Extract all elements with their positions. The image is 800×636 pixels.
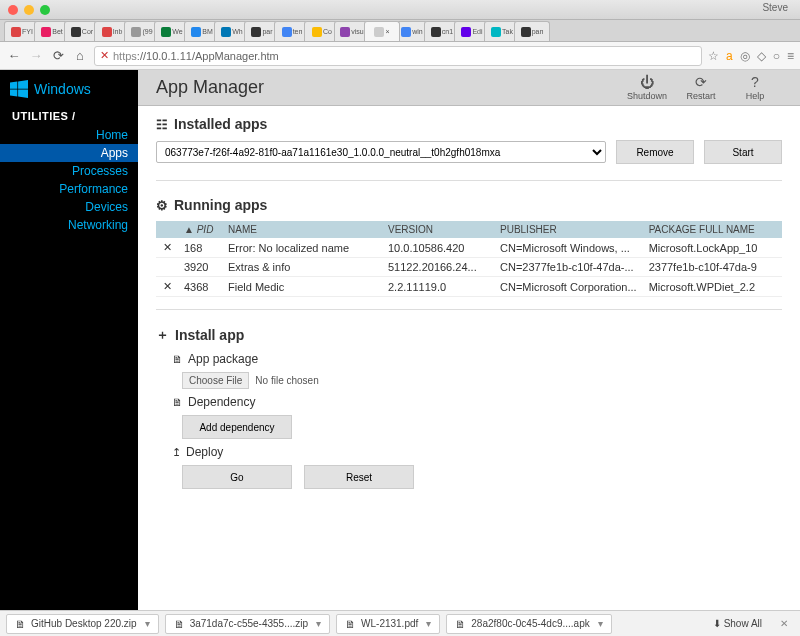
go-button[interactable]: Go xyxy=(182,465,292,489)
subsection-title: Dependency xyxy=(188,395,255,409)
running-apps-section: ⚙Running apps ▲ PID NAME VERSION PUBLISH… xyxy=(138,187,800,303)
subsection-title: App package xyxy=(188,352,258,366)
user-menu[interactable]: Steve xyxy=(762,2,788,13)
url-text: ://10.0.1.11/AppManager.htm xyxy=(137,50,279,62)
chevron-down-icon: ▾ xyxy=(426,618,431,629)
col-package[interactable]: PACKAGE FULL NAME xyxy=(643,221,782,238)
sidebar-item-devices[interactable]: Devices xyxy=(0,198,138,216)
file-status: No file chosen xyxy=(255,375,318,386)
window-maximize-button[interactable] xyxy=(40,5,50,15)
kill-process-icon[interactable]: ✕ xyxy=(156,277,178,297)
choose-file-button[interactable]: Choose File xyxy=(182,372,249,389)
table-row[interactable]: ✕ 168Error: No localized name10.0.10586.… xyxy=(156,238,782,258)
forward-button[interactable]: → xyxy=(28,48,44,64)
help-button[interactable]: ?Help xyxy=(728,74,782,101)
extension-icon[interactable]: ○ xyxy=(773,49,780,63)
main-header: App Manager ⏻Shutdown ⟳Restart ?Help xyxy=(138,70,800,106)
url-scheme: https xyxy=(113,50,137,62)
file-icon: 🗎 xyxy=(172,353,183,365)
file-icon: 🗎 xyxy=(455,618,466,630)
browser-toolbar: ← → ⟳ ⌂ ✕ https ://10.0.1.11/AppManager.… xyxy=(0,42,800,70)
file-icon: 🗎 xyxy=(174,618,185,630)
file-icon: 🗎 xyxy=(345,618,356,630)
menu-icon[interactable]: ≡ xyxy=(787,49,794,63)
star-icon[interactable]: ☆ xyxy=(708,49,719,63)
sidebar-item-networking[interactable]: Networking xyxy=(0,216,138,234)
remove-button[interactable]: Remove xyxy=(616,140,694,164)
main-panel: App Manager ⏻Shutdown ⟳Restart ?Help ☷In… xyxy=(138,70,800,610)
reset-button[interactable]: Reset xyxy=(304,465,414,489)
divider xyxy=(156,180,782,181)
table-row[interactable]: 3920Extras & info51122.20166.24...CN=237… xyxy=(156,258,782,277)
shutdown-button[interactable]: ⏻Shutdown xyxy=(620,74,674,101)
chevron-down-icon: ▾ xyxy=(598,618,603,629)
browser-tabstrip: FYI Bet Cor Inb (99 We BM Wh par ten Co … xyxy=(0,20,800,42)
downloads-bar: 🗎GitHub Desktop 220.zip▾ 🗎3a71da7c-c55e-… xyxy=(0,610,800,636)
running-apps-table: ▲ PID NAME VERSION PUBLISHER PACKAGE FUL… xyxy=(156,221,782,297)
file-icon: 🗎 xyxy=(15,618,26,630)
browser-tab-active[interactable]: × xyxy=(364,21,400,41)
add-dependency-button[interactable]: Add dependency xyxy=(182,415,292,439)
show-all-downloads[interactable]: ⬇ Show All xyxy=(707,618,768,629)
col-name[interactable]: NAME xyxy=(222,221,382,238)
start-button[interactable]: Start xyxy=(704,140,782,164)
sidebar-item-home[interactable]: Home xyxy=(0,126,138,144)
power-icon: ⏻ xyxy=(620,74,674,90)
back-button[interactable]: ← xyxy=(6,48,22,64)
install-app-section: ＋Install app 🗎App package Choose File No… xyxy=(138,316,800,501)
restart-button[interactable]: ⟳Restart xyxy=(674,74,728,101)
chevron-down-icon: ▾ xyxy=(145,618,150,629)
sidebar-item-processes[interactable]: Processes xyxy=(0,162,138,180)
close-downloads-bar[interactable]: ✕ xyxy=(774,618,794,629)
download-icon: ⬇ xyxy=(713,618,721,629)
list-icon: ☷ xyxy=(156,117,168,132)
window-titlebar: Steve xyxy=(0,0,800,20)
gears-icon: ⚙ xyxy=(156,198,168,213)
upload-icon: ↥ xyxy=(172,446,181,459)
restart-icon: ⟳ xyxy=(674,74,728,90)
reload-button[interactable]: ⟳ xyxy=(50,48,66,64)
address-bar[interactable]: ✕ https ://10.0.1.11/AppManager.htm xyxy=(94,46,702,66)
download-item[interactable]: 🗎GitHub Desktop 220.zip▾ xyxy=(6,614,159,634)
extension-icon[interactable]: ◎ xyxy=(740,49,750,63)
page-title: App Manager xyxy=(156,77,620,98)
subsection-title: Deploy xyxy=(186,445,223,459)
ssl-warning-icon: ✕ xyxy=(100,49,109,62)
plus-icon: ＋ xyxy=(156,326,169,344)
col-version[interactable]: VERSION xyxy=(382,221,494,238)
sidebar-item-apps[interactable]: Apps xyxy=(0,144,138,162)
download-item[interactable]: 🗎3a71da7c-c55e-4355....zip▾ xyxy=(165,614,330,634)
windows-logo: Windows xyxy=(0,76,138,106)
installed-app-select[interactable]: 063773e7-f26f-4a92-81f0-aa71a1161e30_1.0… xyxy=(156,141,606,163)
section-title: Running apps xyxy=(174,197,267,213)
extension-icon[interactable]: ◇ xyxy=(757,49,766,63)
page-content: Windows UTILITIES / Home Apps Processes … xyxy=(0,70,800,610)
home-button[interactable]: ⌂ xyxy=(72,48,88,64)
browser-tab[interactable]: pan xyxy=(514,21,550,41)
installed-apps-section: ☷Installed apps 063773e7-f26f-4a92-81f0-… xyxy=(138,106,800,174)
window-close-button[interactable] xyxy=(8,5,18,15)
help-icon: ? xyxy=(728,74,782,90)
extension-icon[interactable]: a xyxy=(726,49,733,63)
download-item[interactable]: 🗎28a2f80c-0c45-4dc9....apk▾ xyxy=(446,614,611,634)
table-row[interactable]: ✕ 4368Field Medic2.2.11119.0CN=Microsoft… xyxy=(156,277,782,297)
chevron-down-icon: ▾ xyxy=(316,618,321,629)
download-item[interactable]: 🗎WL-2131.pdf▾ xyxy=(336,614,440,634)
col-pid[interactable]: ▲ PID xyxy=(178,221,222,238)
file-icon: 🗎 xyxy=(172,396,183,408)
sidebar-section-header: UTILITIES / xyxy=(0,106,138,126)
window-minimize-button[interactable] xyxy=(24,5,34,15)
col-publisher[interactable]: PUBLISHER xyxy=(494,221,643,238)
sidebar-item-performance[interactable]: Performance xyxy=(0,180,138,198)
kill-process-icon[interactable]: ✕ xyxy=(156,238,178,258)
section-title: Install app xyxy=(175,327,244,343)
section-title: Installed apps xyxy=(174,116,267,132)
sidebar: Windows UTILITIES / Home Apps Processes … xyxy=(0,70,138,610)
divider xyxy=(156,309,782,310)
